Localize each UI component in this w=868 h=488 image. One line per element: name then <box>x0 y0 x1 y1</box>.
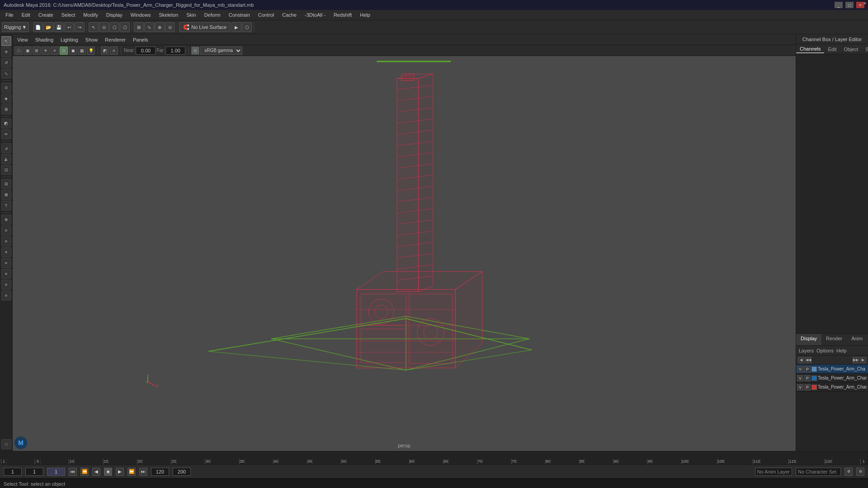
char-set-field[interactable]: No Character Set <box>796 468 841 476</box>
redo-btn[interactable]: ↪ <box>75 22 85 32</box>
vp-light-btn[interactable]: 💡 <box>87 47 95 55</box>
show-tab[interactable]: Show <box>862 46 868 53</box>
view-menu[interactable]: View <box>14 36 31 43</box>
render-tab[interactable]: Render <box>821 334 847 345</box>
sculpt-tool[interactable]: ◈ <box>1 94 11 103</box>
near-clip-field[interactable] <box>136 47 156 55</box>
anim-layer-field[interactable]: No Anim Layer <box>755 468 792 476</box>
menu-windows[interactable]: Windows <box>127 11 155 19</box>
extra-tool-1[interactable]: ≡ <box>1 225 11 235</box>
maximize-btn[interactable]: □ <box>845 2 854 8</box>
layer-row[interactable]: V P Tesla_Power_Arm_Char <box>796 374 868 383</box>
stop-btn[interactable]: ■ <box>104 468 112 476</box>
layer-fwd-btn[interactable]: ▶▶ <box>853 357 859 363</box>
menu-select[interactable]: Select <box>58 11 79 19</box>
render-btn[interactable]: ▶ <box>231 22 241 32</box>
current-frame-field-1[interactable]: 1 <box>25 468 43 476</box>
ik-handle-tool[interactable]: ◭ <box>1 154 11 164</box>
no-live-surface-btn[interactable]: 🧲 No Live Surface <box>179 22 231 32</box>
current-frame-field-2[interactable]: 1 <box>47 468 65 476</box>
menu-control[interactable]: Control <box>255 11 278 19</box>
joint-tool[interactable]: ⊿ <box>1 143 11 153</box>
renderer-menu[interactable]: Renderer <box>102 36 128 43</box>
paint-tool[interactable]: ✏ <box>1 129 11 139</box>
start-frame-field[interactable]: 1 <box>4 468 22 476</box>
layer-visibility-btn[interactable]: V <box>797 366 803 372</box>
select-tool[interactable]: ↖ <box>1 36 11 46</box>
menu-3dtall[interactable]: -3DtoAll - <box>301 11 329 19</box>
go-end-btn[interactable]: ⏭ <box>139 468 147 476</box>
go-start-btn[interactable]: ⏮ <box>69 468 77 476</box>
char-set-options-btn[interactable]: ⚙ <box>856 468 864 476</box>
undo-btn[interactable]: ↩ <box>64 22 74 32</box>
play-back-btn[interactable]: ◀ <box>92 468 100 476</box>
edit-tab[interactable]: Edit <box>824 46 840 53</box>
step-fwd-btn[interactable]: ⏩ <box>127 468 136 476</box>
save-scene-btn[interactable]: 💾 <box>54 22 64 32</box>
snap-point-btn[interactable]: ⊕ <box>155 22 165 32</box>
layer-row[interactable]: V P Tesla_Power_Arm_Cha <box>796 365 868 374</box>
curve-tool[interactable]: ⊟ <box>1 179 11 189</box>
lighting-menu[interactable]: Lighting <box>58 36 81 43</box>
color-mgmt-btn[interactable]: ⊙ <box>191 47 199 55</box>
menu-help[interactable]: Help <box>356 11 374 19</box>
extra-tool-4[interactable]: ≡ <box>1 258 11 268</box>
snap-grid-btn[interactable]: ⊞ <box>134 22 144 32</box>
snap-curve-btn[interactable]: ∿ <box>144 22 154 32</box>
object-tab[interactable]: Object <box>840 46 862 53</box>
extra-tool-6[interactable]: ≡ <box>1 280 11 290</box>
quick-layout-btn[interactable]: ◻ <box>1 439 11 449</box>
move-tool[interactable]: ✛ <box>1 47 11 57</box>
timeline-ruler[interactable]: 1 5 10 15 20 25 30 35 40 45 50 55 60 <box>0 451 868 465</box>
layer-playback-btn[interactable]: P <box>804 366 811 372</box>
make-live-btn[interactable]: ⊕ <box>1 215 11 225</box>
play-fwd-btn[interactable]: ▶ <box>116 468 124 476</box>
minimize-btn[interactable]: _ <box>835 2 843 8</box>
scale-tool[interactable]: ⤡ <box>1 69 11 79</box>
end-frame-inner[interactable]: 120 <box>151 468 169 476</box>
menu-cache[interactable]: Cache <box>278 11 300 19</box>
anim-layer-options-btn[interactable]: ⚙ <box>844 468 853 476</box>
vp-aa-btn[interactable]: A <box>110 47 118 55</box>
anim-tab[interactable]: Anim <box>847 334 867 345</box>
menu-edit[interactable]: Edit <box>18 11 34 19</box>
panel-options-btn[interactable]: × <box>863 1 866 6</box>
gamma-select[interactable]: sRGB gamma <box>200 47 242 55</box>
menu-deform[interactable]: Deform <box>201 11 224 19</box>
menu-modify[interactable]: Modify <box>80 11 101 19</box>
layer-visibility-btn[interactable]: V <box>797 375 803 381</box>
shading-menu[interactable]: Shading <box>33 36 56 43</box>
3d-viewport[interactable]: Y X persp M <box>13 56 796 451</box>
layer-prev-btn[interactable]: ◀ <box>798 357 804 363</box>
text-tool[interactable]: T <box>1 201 11 211</box>
snap-surface-btn[interactable]: ⊙ <box>165 22 175 32</box>
vp-texture-btn[interactable]: ▦ <box>78 47 86 55</box>
menu-create[interactable]: Create <box>35 11 57 19</box>
vp-camera-btn[interactable]: 🎥 <box>14 47 23 55</box>
vp-solid-btn[interactable]: ◼ <box>69 47 77 55</box>
vp-wireframe-btn[interactable]: ⊡ <box>60 47 68 55</box>
lasso-select-btn[interactable]: ⊙ <box>99 22 109 32</box>
surface-tool[interactable]: ⊠ <box>1 190 11 200</box>
menu-redshift[interactable]: Redshift <box>330 11 355 19</box>
options-menu[interactable]: Options <box>816 348 834 353</box>
menu-skin[interactable]: Skin <box>183 11 199 19</box>
layers-menu[interactable]: Layers <box>799 348 814 353</box>
layer-playback-btn[interactable]: P <box>804 384 811 390</box>
soft-select-btn[interactable]: ⬡ <box>120 22 130 32</box>
extra-tool-2[interactable]: ≡ <box>1 236 11 246</box>
extra-tool-3[interactable]: ≡ <box>1 247 11 257</box>
new-scene-btn[interactable]: 📄 <box>33 22 43 32</box>
open-scene-btn[interactable]: 📂 <box>43 22 53 32</box>
vp-film-btn[interactable]: ▣ <box>24 47 32 55</box>
layer-next-btn[interactable]: ▶ <box>860 357 866 363</box>
panels-menu[interactable]: Panels <box>130 36 151 43</box>
menu-display[interactable]: Display <box>103 11 126 19</box>
soft-modify-tool[interactable]: ⊙ <box>1 83 11 93</box>
select-mode-btn[interactable]: ↖ <box>89 22 99 32</box>
layer-back-btn[interactable]: ◀◀ <box>805 357 811 363</box>
title-bar-controls[interactable]: _ □ × <box>835 2 864 8</box>
show-menu[interactable]: Show <box>83 36 101 43</box>
layer-color-swatch[interactable] <box>811 366 817 372</box>
lasso-tool[interactable]: ◩ <box>1 118 11 128</box>
